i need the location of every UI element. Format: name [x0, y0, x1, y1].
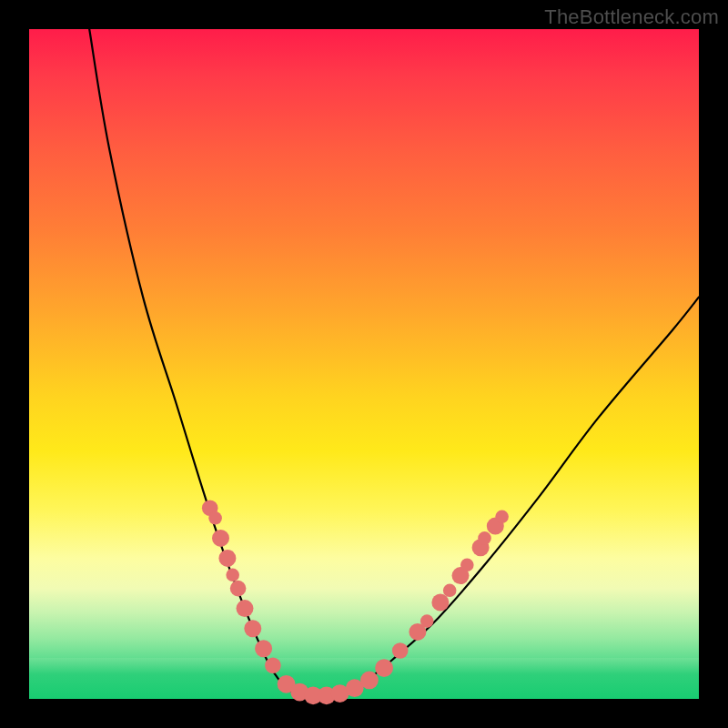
marker-point: [460, 559, 474, 572]
chart-frame: TheBottleneck.com: [0, 0, 728, 728]
marker-point: [255, 640, 272, 657]
marker-point: [420, 614, 434, 628]
watermark-text: TheBottleneck.com: [544, 5, 719, 29]
marker-group: [202, 500, 509, 704]
marker-point: [208, 511, 222, 525]
bottleneck-curve: [89, 29, 699, 696]
marker-point: [478, 531, 491, 545]
marker-point: [360, 672, 379, 690]
marker-point: [226, 569, 239, 582]
marker-point: [443, 584, 457, 598]
marker-point: [212, 530, 229, 547]
chart-svg: [0, 0, 728, 728]
marker-point: [375, 659, 393, 677]
marker-point: [495, 511, 509, 524]
marker-point: [230, 581, 247, 597]
marker-point: [431, 594, 449, 612]
marker-point: [244, 620, 261, 637]
marker-point: [392, 642, 409, 659]
marker-point: [237, 600, 254, 617]
marker-point: [218, 550, 236, 567]
curve-group: [89, 29, 699, 696]
marker-point: [265, 657, 281, 673]
